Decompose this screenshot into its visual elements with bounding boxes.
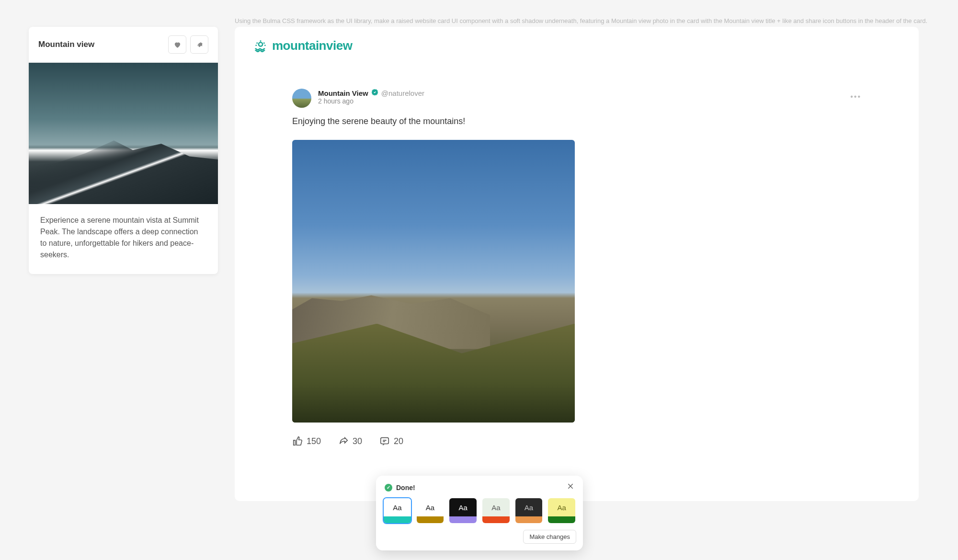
theme-picker-popup: ✓ Done! AaAaAaAaAaAa Make changes bbox=[376, 476, 583, 550]
social-post: Mountain View @naturelover 2 hours ago •… bbox=[235, 65, 919, 446]
card-actions bbox=[168, 35, 208, 54]
like-action[interactable]: 150 bbox=[292, 436, 321, 446]
post-image[interactable] bbox=[292, 140, 575, 423]
post-header: Mountain View @naturelover 2 hours ago •… bbox=[292, 89, 861, 108]
swatch-label: Aa bbox=[515, 498, 543, 516]
thumbs-up-icon bbox=[292, 436, 303, 446]
swatch-accent bbox=[515, 516, 543, 523]
theme-swatches: AaAaAaAaAaAa bbox=[383, 497, 576, 524]
swatch-label: Aa bbox=[548, 498, 575, 516]
theme-footer: Make changes bbox=[383, 530, 576, 544]
instruction-text: Using the Bulma CSS framework as the UI … bbox=[235, 17, 929, 24]
share-button[interactable] bbox=[190, 35, 208, 54]
swatch-accent bbox=[449, 516, 477, 523]
post-actions: 150 30 20 bbox=[292, 436, 861, 446]
swatch-label: Aa bbox=[482, 498, 510, 516]
theme-swatch-0[interactable]: Aa bbox=[383, 497, 412, 524]
close-icon bbox=[567, 482, 574, 490]
swatch-label: Aa bbox=[449, 498, 477, 516]
like-count: 150 bbox=[307, 436, 321, 446]
theme-swatch-1[interactable]: Aa bbox=[416, 497, 445, 524]
check-icon: ✓ bbox=[385, 484, 392, 491]
like-button[interactable] bbox=[168, 35, 186, 54]
swatch-accent bbox=[417, 516, 444, 523]
swatch-accent bbox=[482, 516, 510, 523]
swatch-label: Aa bbox=[384, 498, 411, 516]
card-description: Experience a serene mountain vista at Su… bbox=[29, 204, 218, 274]
share-arrow-icon bbox=[338, 436, 349, 446]
share-icon bbox=[195, 41, 204, 49]
theme-swatch-3[interactable]: Aa bbox=[481, 497, 511, 524]
post-text: Enjoying the serene beauty of the mounta… bbox=[292, 116, 861, 126]
share-count: 30 bbox=[353, 436, 362, 446]
theme-status: ✓ Done! bbox=[385, 484, 415, 491]
theme-popup-header: ✓ Done! bbox=[383, 482, 576, 492]
brand-name: mountainview bbox=[272, 38, 352, 53]
card-title: Mountain view bbox=[38, 40, 94, 49]
post-timestamp: 2 hours ago bbox=[318, 97, 861, 105]
make-changes-button[interactable]: Make changes bbox=[523, 530, 576, 544]
status-text: Done! bbox=[396, 484, 415, 491]
post-author[interactable]: Mountain View bbox=[318, 89, 368, 97]
card-image bbox=[29, 63, 218, 204]
card-header: Mountain view bbox=[29, 27, 218, 63]
avatar[interactable] bbox=[292, 89, 311, 108]
post-handle[interactable]: @naturelover bbox=[381, 89, 424, 97]
heart-icon bbox=[173, 41, 182, 49]
comment-icon bbox=[379, 436, 390, 446]
mountain-card: Mountain view Experience a serene mounta… bbox=[29, 27, 218, 274]
svg-point-0 bbox=[259, 42, 262, 46]
swatch-accent bbox=[384, 516, 411, 523]
svg-rect-1 bbox=[381, 438, 389, 444]
comment-count: 20 bbox=[394, 436, 403, 446]
theme-swatch-5[interactable]: Aa bbox=[547, 497, 576, 524]
verified-icon bbox=[371, 89, 378, 97]
more-button[interactable]: ••• bbox=[850, 92, 861, 101]
swatch-accent bbox=[548, 516, 575, 523]
comment-action[interactable]: 20 bbox=[379, 436, 403, 446]
share-action[interactable]: 30 bbox=[338, 436, 362, 446]
theme-swatch-4[interactable]: Aa bbox=[514, 497, 544, 524]
main-preview-panel: mountainview Mountain View @naturelover … bbox=[235, 27, 919, 501]
theme-swatch-2[interactable]: Aa bbox=[448, 497, 478, 524]
brand-header: mountainview bbox=[235, 27, 919, 65]
swatch-label: Aa bbox=[417, 498, 444, 516]
brand-logo-icon bbox=[254, 39, 267, 53]
post-meta: Mountain View @naturelover 2 hours ago bbox=[318, 89, 861, 105]
close-button[interactable] bbox=[567, 482, 574, 492]
